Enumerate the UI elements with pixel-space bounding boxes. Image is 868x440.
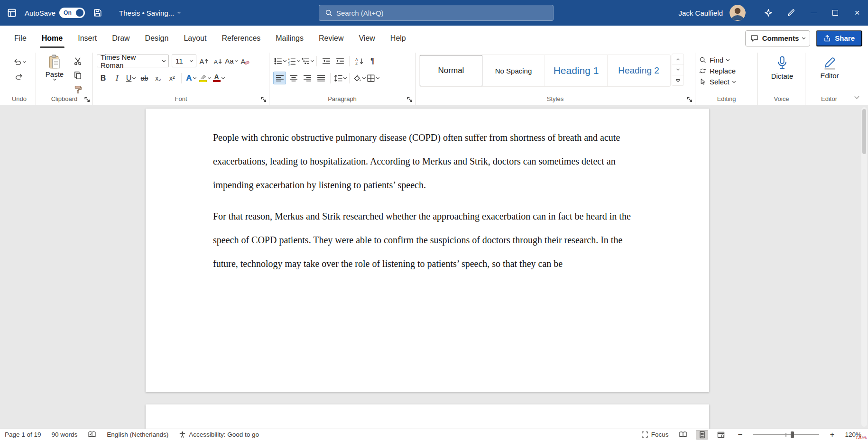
paste-button[interactable]: Paste [40, 54, 69, 96]
document-page-2[interactable] [146, 404, 709, 429]
italic-button[interactable]: I [111, 72, 123, 84]
justify-button[interactable] [314, 72, 327, 84]
style-no-spacing[interactable]: No Spacing [482, 55, 545, 86]
font-size-combobox[interactable]: 11 [172, 55, 196, 67]
paragraph-dialog-launcher[interactable] [406, 96, 413, 103]
zoom-slider-thumb[interactable] [791, 431, 794, 438]
tab-draw[interactable]: Draw [104, 26, 137, 51]
styles-more-button[interactable] [672, 75, 683, 85]
tab-help[interactable]: Help [383, 26, 414, 51]
web-layout-button[interactable] [715, 430, 727, 440]
document-canvas[interactable]: People with chronic obstructive pulmonar… [0, 105, 868, 429]
bold-button[interactable]: B [97, 72, 110, 84]
document-text[interactable]: People with chronic obstructive pulmonar… [213, 126, 644, 275]
scrollbar-thumb[interactable] [862, 109, 866, 154]
redo-button[interactable] [7, 70, 32, 83]
cut-button[interactable] [71, 55, 84, 67]
minimize-button[interactable] [803, 0, 824, 26]
strikethrough-button[interactable]: ab [138, 72, 151, 84]
accessibility-status[interactable]: Accessibility: Good to go [179, 431, 259, 438]
show-formatting-marks-button[interactable]: ¶ [366, 55, 379, 67]
superscript-button[interactable]: x² [166, 72, 178, 84]
clear-formatting-button[interactable]: A [239, 55, 251, 67]
tab-insert[interactable]: Insert [70, 26, 104, 51]
clipboard-dialog-launcher[interactable] [84, 96, 91, 103]
copy-button[interactable] [71, 69, 84, 82]
proofing-status[interactable] [88, 431, 96, 438]
zoom-in-button[interactable]: + [826, 430, 838, 440]
subscript-button[interactable]: x₂ [152, 72, 165, 84]
format-painter-button[interactable] [71, 83, 84, 96]
tab-design[interactable]: Design [138, 26, 176, 51]
maximize-button[interactable] [824, 0, 846, 26]
find-button[interactable]: Find [699, 56, 754, 64]
word-count[interactable]: 90 words [52, 431, 78, 438]
read-mode-button[interactable] [677, 430, 689, 440]
tab-mailings[interactable]: Mailings [268, 26, 311, 51]
change-case-button[interactable]: Aa [225, 55, 238, 67]
dictate-button[interactable]: Dictate [762, 54, 803, 80]
tab-view[interactable]: View [351, 26, 382, 51]
align-left-button[interactable] [273, 72, 286, 84]
decrease-indent-button[interactable] [320, 55, 332, 67]
font-dialog-launcher[interactable] [260, 96, 267, 103]
document-page-1[interactable]: People with chronic obstructive pulmonar… [146, 109, 709, 392]
font-family-combobox[interactable]: Times New Roman [97, 55, 169, 67]
comments-button[interactable]: Comments [745, 30, 811, 46]
save-button[interactable] [91, 0, 105, 26]
highlight-button[interactable] [198, 72, 211, 84]
line-spacing-button[interactable] [333, 72, 346, 84]
paragraph[interactable]: People with chronic obstructive pulmonar… [213, 126, 644, 197]
tab-review[interactable]: Review [311, 26, 351, 51]
replace-button[interactable]: Replace [699, 67, 754, 75]
paste-clipboard-icon [48, 55, 61, 69]
align-center-button[interactable] [287, 72, 300, 84]
multilevel-list-button[interactable] [301, 55, 314, 67]
style-heading-1[interactable]: Heading 1 [545, 55, 608, 86]
zoom-slider[interactable] [753, 431, 819, 439]
paragraph[interactable]: For that reason, Merkus and Strik resear… [213, 204, 644, 275]
styles-dialog-launcher[interactable] [686, 96, 693, 103]
underline-button[interactable]: U [124, 72, 137, 84]
document-title-button[interactable]: Thesis • Saving... [119, 9, 180, 17]
shrink-font-button[interactable]: A [211, 55, 224, 67]
tab-home[interactable]: Home [34, 26, 70, 51]
editor-button[interactable]: Editor [809, 54, 850, 80]
styles-scroll-down-button[interactable] [672, 64, 683, 75]
bullets-button[interactable] [273, 55, 286, 67]
undo-button[interactable] [7, 55, 32, 68]
tab-layout[interactable]: Layout [176, 26, 214, 51]
account-name[interactable]: Jack Caulfield [679, 9, 723, 17]
word-app-icon[interactable] [5, 6, 19, 20]
select-button[interactable]: Select [699, 78, 754, 86]
vertical-scrollbar[interactable] [861, 107, 867, 427]
borders-button[interactable] [366, 72, 379, 84]
font-color-button[interactable]: A [212, 72, 225, 84]
tab-file[interactable]: File [7, 26, 34, 51]
page-indicator[interactable]: Page 1 of 19 [5, 431, 41, 438]
language-selector[interactable]: English (Netherlands) [107, 431, 168, 438]
avatar[interactable] [729, 5, 746, 21]
close-button[interactable]: × [846, 0, 868, 26]
tab-references[interactable]: References [214, 26, 268, 51]
align-right-button[interactable] [301, 72, 314, 84]
text-effects-button[interactable]: A [185, 72, 197, 84]
feedback-button[interactable] [780, 0, 803, 26]
search-input[interactable] [336, 9, 547, 17]
grow-font-button[interactable]: A [197, 55, 210, 67]
numbering-button[interactable]: 123 [287, 55, 300, 67]
share-button[interactable]: Share [816, 30, 862, 46]
autosave-toggle[interactable]: On [59, 8, 85, 18]
focus-mode-button[interactable]: Focus [641, 431, 669, 438]
search-box[interactable] [319, 5, 554, 21]
collapse-ribbon-button[interactable] [850, 92, 863, 102]
styles-scroll-up-button[interactable] [672, 54, 683, 64]
zoom-out-button[interactable]: − [734, 430, 746, 440]
style-normal[interactable]: Normal [420, 55, 482, 86]
style-heading-2[interactable]: Heading 2 [608, 55, 670, 86]
sort-button[interactable]: AZ [352, 55, 365, 67]
shading-button[interactable] [352, 72, 365, 84]
whats-new-button[interactable] [757, 0, 780, 26]
increase-indent-button[interactable] [333, 55, 346, 67]
print-layout-button[interactable] [696, 430, 708, 440]
